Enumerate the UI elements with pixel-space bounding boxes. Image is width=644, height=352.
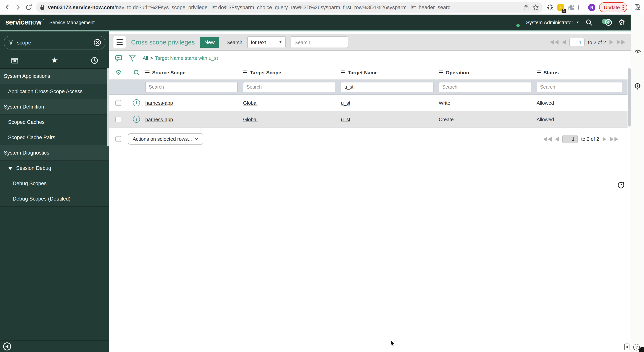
navigator-filter[interactable]: scope	[4, 36, 106, 50]
browser-update-button[interactable]: Update	[599, 2, 627, 12]
help-icon[interactable]: ?	[605, 19, 612, 26]
row-info-icon[interactable]: i	[133, 116, 140, 123]
nav-item-debug-scopes[interactable]: Debug Scopes	[0, 176, 109, 191]
browser-profile-avatar[interactable]: N	[588, 4, 595, 11]
nav-item-scoped-cache-pairs[interactable]: Scoped Cache Pairs	[0, 130, 109, 145]
list-title: Cross scope privileges	[131, 38, 195, 46]
filter-status-input[interactable]	[536, 82, 622, 92]
collapse-sidebar-button[interactable]	[3, 342, 11, 350]
history-tab-icon[interactable]	[90, 56, 98, 64]
global-search-icon[interactable]	[585, 19, 593, 26]
select-caret-icon: ▼	[279, 40, 282, 44]
nav-section-system-applications[interactable]: System Applications	[0, 69, 109, 84]
screen: ven03172.service-now.com/nav_to.do?uri=%…	[0, 0, 644, 352]
cell-target-scope-link[interactable]: Global	[243, 116, 258, 122]
nav-section-system-definition[interactable]: System Definition	[0, 99, 109, 115]
bookmark-star-icon[interactable]	[532, 4, 539, 10]
servicenow-banner: servicenow™ Service Management System Ad…	[0, 14, 630, 32]
list-context-menu-button[interactable]	[113, 36, 126, 49]
select-all-checkbox[interactable]	[116, 136, 121, 142]
column-search-toggle-icon[interactable]	[128, 69, 145, 76]
cell-source-scope-link[interactable]: harness-app	[145, 116, 173, 122]
next-page-button[interactable]	[602, 137, 606, 141]
spinner-extension-icon[interactable]	[547, 4, 554, 11]
nav-section-system-diagnostics[interactable]: System Diagnostics	[0, 145, 109, 161]
search-type-select[interactable]: for text ▼	[247, 36, 286, 48]
filter-operation-input[interactable]	[439, 82, 531, 92]
filter-target-scope-input[interactable]	[243, 82, 336, 92]
column-header-target-name[interactable]: Target Name	[341, 70, 439, 75]
cell-target-name-link[interactable]: u_st	[341, 100, 350, 106]
column-header-status[interactable]: Status	[536, 70, 628, 75]
side-panel-icon[interactable]	[578, 4, 584, 10]
nav-item-debug-scopes-detailed[interactable]: Debug Scopes (Detailed)	[0, 191, 109, 207]
share-icon[interactable]	[523, 4, 530, 10]
table-row: i harness-app Global u_st Write Allowed	[109, 95, 628, 111]
breadcrumb-condition[interactable]: Target Name starts with u_st	[155, 55, 218, 61]
sidebar-scrollbar[interactable]	[107, 68, 109, 146]
list-search-input[interactable]	[290, 36, 348, 48]
reading-list-icon[interactable]	[634, 4, 641, 11]
previous-page-button[interactable]	[562, 40, 566, 44]
extension-dots: •••	[558, 5, 563, 9]
favorites-tab-icon[interactable]: ★	[51, 56, 58, 64]
row-checkbox[interactable]	[116, 100, 121, 106]
content-scrollbar[interactable]	[628, 68, 630, 126]
browser-back-icon[interactable]	[4, 4, 11, 11]
first-page-button[interactable]	[543, 137, 552, 141]
notes-extension-icon[interactable]: ••• 3	[557, 4, 564, 10]
collapse-arrow-icon	[5, 344, 8, 348]
all-applications-tab-icon[interactable]	[11, 56, 19, 64]
previous-page-button[interactable]	[555, 137, 559, 141]
clear-filter-icon[interactable]	[94, 39, 101, 46]
first-page-button[interactable]	[550, 40, 558, 44]
column-menu-icon	[341, 70, 345, 74]
last-page-button[interactable]	[617, 40, 625, 44]
url-path: /nav_to.do?uri=%2Fsys_scope_privilege_li…	[114, 4, 455, 10]
settings-gear-icon[interactable]: ⚙	[618, 19, 625, 26]
breadcrumb-all[interactable]: All	[142, 55, 148, 61]
list-chat-icon[interactable]	[115, 54, 122, 62]
next-page-button[interactable]	[610, 40, 613, 44]
breadcrumb-separator: >	[150, 55, 153, 61]
address-bar[interactable]: ven03172.service-now.com/nav_to.do?uri=%…	[36, 2, 543, 13]
agent-intelligence-bulb-icon[interactable]	[633, 82, 642, 92]
filter-icon[interactable]	[129, 54, 136, 62]
response-time-icon[interactable]	[617, 180, 625, 189]
nav-item-application-cross-scope-access[interactable]: Application Cross-Scope Access	[0, 84, 109, 99]
column-header-source-scope[interactable]: Source Scope	[145, 70, 243, 75]
browser-forward-icon[interactable]	[14, 4, 22, 11]
column-header-target-scope[interactable]: Target Scope	[243, 70, 341, 75]
new-button[interactable]: New	[200, 36, 219, 48]
cell-source-scope-link[interactable]: harness-app	[145, 100, 173, 106]
user-avatar[interactable]	[510, 18, 520, 28]
nav-item-scoped-caches[interactable]: Scoped Caches	[0, 115, 109, 130]
session-debug-caret-icon[interactable]	[8, 166, 13, 170]
filter-source-scope-input[interactable]	[145, 82, 238, 92]
row-info-icon[interactable]: i	[133, 99, 140, 106]
row-range-label: to 2 of 2	[581, 136, 599, 142]
browser-reload-icon[interactable]	[25, 4, 32, 11]
column-menu-icon	[439, 70, 443, 74]
user-menu-caret-icon[interactable]: ▼	[576, 21, 579, 24]
open-scripts-icon[interactable]: </>	[632, 48, 643, 54]
user-menu[interactable]: System Administrator	[526, 20, 573, 25]
nav-item-session-debug[interactable]: Session Debug	[0, 161, 109, 176]
cell-target-scope-link[interactable]: Global	[243, 100, 258, 106]
breadcrumb-row: All>Target Name starts with u_st	[109, 50, 630, 66]
cell-target-name-link[interactable]: u_st	[341, 116, 350, 122]
last-page-button[interactable]	[610, 137, 618, 141]
row-range-label: to 2 of 2	[588, 39, 606, 45]
page-number-input[interactable]	[569, 38, 584, 46]
row-checkbox[interactable]	[116, 116, 121, 122]
bottom-pagination: to 2 of 2	[543, 135, 618, 143]
actions-select[interactable]: Actions on selected rows...	[128, 134, 203, 144]
filter-target-name-input[interactable]	[341, 82, 433, 92]
browser-menu-icon[interactable]	[622, 5, 624, 10]
dock-icon[interactable]	[624, 344, 630, 350]
list-personalize-gear-icon[interactable]: ⚙	[109, 69, 128, 76]
navigator-filter-input[interactable]: scope	[17, 40, 90, 46]
column-header-operation[interactable]: Operation	[439, 70, 536, 75]
puzzle-extensions-icon[interactable]	[568, 4, 574, 11]
page-number-input[interactable]	[562, 135, 578, 143]
